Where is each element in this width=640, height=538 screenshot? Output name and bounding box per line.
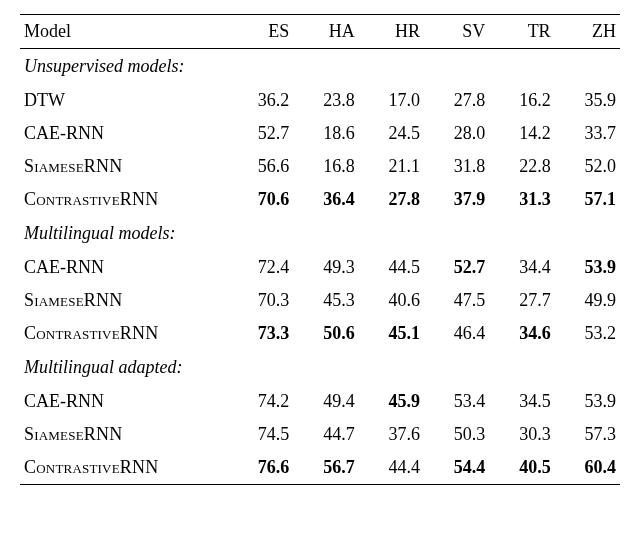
model-name: DTW: [20, 84, 228, 117]
table-row: SiameseRNN74.544.737.650.330.357.3: [20, 418, 620, 451]
col-ha: HA: [293, 15, 358, 49]
model-name: ContrastiveRNN: [20, 451, 228, 485]
table-row: DTW36.223.817.027.816.235.9: [20, 84, 620, 117]
model-name: CAE-RNN: [20, 117, 228, 150]
cell-value: 49.4: [293, 385, 358, 418]
cell-value: 57.3: [555, 418, 620, 451]
col-hr: HR: [359, 15, 424, 49]
cell-value: 56.7: [293, 451, 358, 485]
cell-value: 16.8: [293, 150, 358, 183]
cell-value: 33.7: [555, 117, 620, 150]
cell-value: 36.4: [293, 183, 358, 216]
col-zh: ZH: [555, 15, 620, 49]
cell-value: 74.2: [228, 385, 293, 418]
cell-value: 46.4: [424, 317, 489, 350]
section-heading: Unsupervised models:: [20, 49, 620, 85]
table-row: ContrastiveRNN76.656.744.454.440.560.4: [20, 451, 620, 485]
cell-value: 44.7: [293, 418, 358, 451]
cell-value: 53.9: [555, 251, 620, 284]
table-row: CAE-RNN74.249.445.953.434.553.9: [20, 385, 620, 418]
model-name: SiameseRNN: [20, 418, 228, 451]
cell-value: 40.6: [359, 284, 424, 317]
table-row: ContrastiveRNN70.636.427.837.931.357.1: [20, 183, 620, 216]
table-row: SiameseRNN70.345.340.647.527.749.9: [20, 284, 620, 317]
cell-value: 21.1: [359, 150, 424, 183]
model-name: CAE-RNN: [20, 385, 228, 418]
cell-value: 17.0: [359, 84, 424, 117]
cell-value: 72.4: [228, 251, 293, 284]
cell-value: 44.4: [359, 451, 424, 485]
table-row: ContrastiveRNN73.350.645.146.434.653.2: [20, 317, 620, 350]
cell-value: 49.9: [555, 284, 620, 317]
cell-value: 31.8: [424, 150, 489, 183]
cell-value: 76.6: [228, 451, 293, 485]
cell-value: 34.5: [489, 385, 554, 418]
cell-value: 70.6: [228, 183, 293, 216]
cell-value: 37.6: [359, 418, 424, 451]
cell-value: 27.7: [489, 284, 554, 317]
cell-value: 45.9: [359, 385, 424, 418]
cell-value: 14.2: [489, 117, 554, 150]
cell-value: 31.3: [489, 183, 554, 216]
table-row: CAE-RNN52.718.624.528.014.233.7: [20, 117, 620, 150]
col-es: ES: [228, 15, 293, 49]
table-row: CAE-RNN72.449.344.552.734.453.9: [20, 251, 620, 284]
model-name: SiameseRNN: [20, 150, 228, 183]
cell-value: 53.2: [555, 317, 620, 350]
cell-value: 34.6: [489, 317, 554, 350]
cell-value: 70.3: [228, 284, 293, 317]
cell-value: 27.8: [359, 183, 424, 216]
model-name: SiameseRNN: [20, 284, 228, 317]
table-row: SiameseRNN56.616.821.131.822.852.0: [20, 150, 620, 183]
cell-value: 50.6: [293, 317, 358, 350]
results-table: Model ES HA HR SV TR ZH Unsupervised mod…: [20, 14, 620, 485]
cell-value: 53.9: [555, 385, 620, 418]
cell-value: 57.1: [555, 183, 620, 216]
cell-value: 36.2: [228, 84, 293, 117]
cell-value: 23.8: [293, 84, 358, 117]
cell-value: 52.7: [228, 117, 293, 150]
cell-value: 37.9: [424, 183, 489, 216]
cell-value: 27.8: [424, 84, 489, 117]
cell-value: 18.6: [293, 117, 358, 150]
cell-value: 44.5: [359, 251, 424, 284]
cell-value: 28.0: [424, 117, 489, 150]
table-header-row: Model ES HA HR SV TR ZH: [20, 15, 620, 49]
col-tr: TR: [489, 15, 554, 49]
cell-value: 40.5: [489, 451, 554, 485]
cell-value: 50.3: [424, 418, 489, 451]
cell-value: 74.5: [228, 418, 293, 451]
cell-value: 49.3: [293, 251, 358, 284]
cell-value: 73.3: [228, 317, 293, 350]
col-model: Model: [20, 15, 228, 49]
cell-value: 47.5: [424, 284, 489, 317]
cell-value: 16.2: [489, 84, 554, 117]
cell-value: 53.4: [424, 385, 489, 418]
cell-value: 52.7: [424, 251, 489, 284]
cell-value: 45.1: [359, 317, 424, 350]
cell-value: 30.3: [489, 418, 554, 451]
cell-value: 60.4: [555, 451, 620, 485]
cell-value: 22.8: [489, 150, 554, 183]
cell-value: 56.6: [228, 150, 293, 183]
model-name: CAE-RNN: [20, 251, 228, 284]
model-name: ContrastiveRNN: [20, 317, 228, 350]
cell-value: 35.9: [555, 84, 620, 117]
model-name: ContrastiveRNN: [20, 183, 228, 216]
col-sv: SV: [424, 15, 489, 49]
cell-value: 52.0: [555, 150, 620, 183]
cell-value: 24.5: [359, 117, 424, 150]
cell-value: 54.4: [424, 451, 489, 485]
section-heading: Multilingual models:: [20, 216, 620, 251]
cell-value: 45.3: [293, 284, 358, 317]
cell-value: 34.4: [489, 251, 554, 284]
section-heading: Multilingual adapted:: [20, 350, 620, 385]
